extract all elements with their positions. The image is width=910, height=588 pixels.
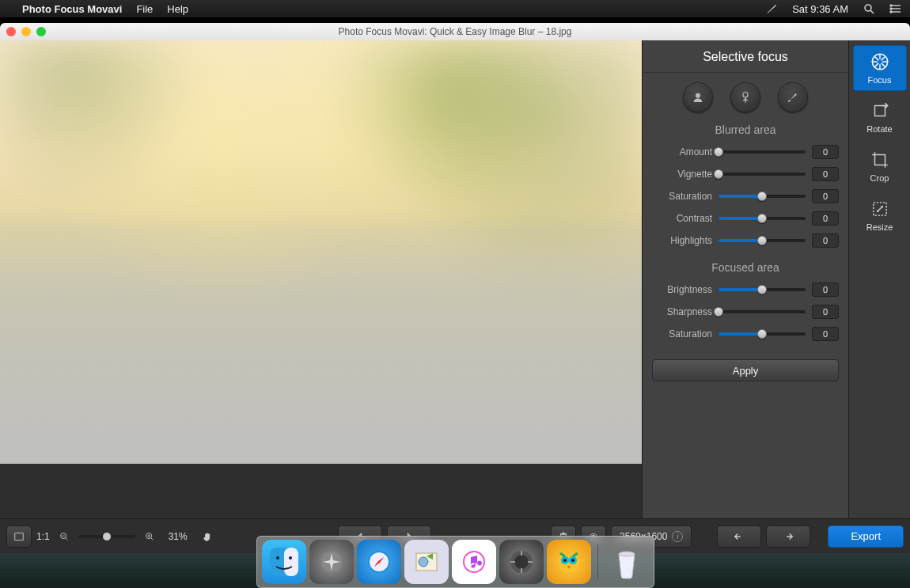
slider-amount: Amount0 — [652, 141, 839, 163]
macos-dock — [256, 536, 654, 588]
tool-tab-focus[interactable]: Focus — [853, 45, 907, 91]
menubar-clock: Sat 9:36 AM — [792, 3, 848, 15]
slider-label-saturation2: Saturation — [652, 328, 712, 340]
tool-tab-label: Focus — [868, 75, 892, 85]
menu-file[interactable]: File — [136, 3, 153, 15]
svg-rect-21 — [284, 548, 298, 576]
slider-track-vignette[interactable] — [719, 173, 806, 176]
focus-mode-portrait-button[interactable] — [683, 82, 713, 112]
slider-track-brightness[interactable] — [719, 288, 806, 291]
notification-center-icon[interactable] — [889, 2, 902, 15]
slider-value-amount: 0 — [812, 145, 839, 159]
slider-sharpness: Sharpness0 — [652, 301, 839, 323]
pan-hand-button[interactable] — [197, 525, 219, 548]
window-title: Photo Focus Movavi: Quick & Easy Image B… — [0, 26, 910, 37]
image-canvas[interactable] — [0, 40, 642, 518]
slider-value-saturation2: 0 — [812, 327, 839, 341]
tool-tab-label: Crop — [870, 173, 889, 183]
slider-label-saturation: Saturation — [652, 191, 712, 202]
dock-safari-icon[interactable] — [357, 540, 401, 584]
menubar-extra-icon[interactable] — [765, 2, 778, 15]
spotlight-icon[interactable] — [863, 2, 875, 15]
slider-saturation2: Saturation0 — [652, 323, 839, 345]
tool-tab-rotate[interactable]: Rotate — [853, 94, 907, 140]
svg-point-42 — [619, 552, 635, 556]
focused-area-label: Focused area — [643, 255, 848, 279]
window-minimize-button[interactable] — [21, 27, 31, 36]
dock-launchpad-icon[interactable] — [309, 540, 354, 584]
info-icon[interactable]: i — [672, 531, 683, 542]
slider-label-amount: Amount — [652, 146, 712, 157]
slider-value-highlights: 0 — [812, 233, 839, 248]
zoom-slider[interactable] — [78, 535, 135, 538]
window-titlebar: Photo Focus Movavi: Quick & Easy Image B… — [0, 23, 910, 40]
dock-app-owl-icon[interactable] — [547, 540, 591, 584]
menu-help[interactable]: Help — [167, 3, 188, 15]
fit-screen-button[interactable] — [6, 525, 32, 548]
slider-value-contrast: 0 — [812, 211, 839, 226]
svg-point-0 — [865, 5, 871, 11]
tool-rail: FocusRotateCropResize — [848, 40, 910, 518]
dock-trash-icon[interactable] — [605, 540, 649, 584]
zoom-out-button[interactable] — [55, 525, 74, 548]
svg-point-40 — [563, 559, 567, 562]
slider-label-highlights: Highlights — [652, 235, 712, 246]
tool-tab-label: Rotate — [866, 124, 892, 134]
slider-value-saturation: 0 — [812, 189, 839, 203]
slider-label-sharpness: Sharpness — [652, 306, 712, 317]
dock-mail-icon[interactable] — [404, 540, 449, 584]
svg-line-18 — [150, 537, 153, 540]
svg-point-22 — [276, 556, 279, 560]
slider-track-contrast[interactable] — [719, 217, 806, 220]
slider-value-vignette: 0 — [812, 167, 839, 181]
macos-menubar: Photo Focus Movavi File Help Sat 9:36 AM — [0, 0, 910, 17]
svg-rect-11 — [15, 533, 24, 540]
selective-focus-panel: Selective focus Blurred area Amount0Vign… — [642, 40, 848, 518]
dock-itunes-icon[interactable] — [452, 540, 496, 584]
apply-button[interactable]: Apply — [652, 359, 839, 381]
slider-brightness: Brightness0 — [652, 279, 839, 301]
dock-settings-icon[interactable] — [499, 540, 544, 584]
focus-mode-brush-button[interactable] — [778, 82, 808, 112]
slider-track-amount[interactable] — [719, 150, 806, 154]
zoom-in-button[interactable] — [140, 525, 159, 548]
slider-track-saturation[interactable] — [719, 195, 806, 198]
svg-point-7 — [890, 11, 892, 13]
svg-point-32 — [514, 555, 529, 569]
slider-label-brightness: Brightness — [652, 284, 712, 295]
svg-rect-9 — [874, 106, 885, 116]
actual-size-button[interactable]: 1:1 — [36, 531, 50, 542]
svg-point-6 — [890, 8, 892, 9]
svg-point-23 — [289, 556, 292, 560]
app-window: Photo Focus Movavi: Quick & Easy Image B… — [0, 17, 910, 553]
panel-title: Selective focus — [643, 40, 848, 73]
svg-point-41 — [571, 559, 574, 562]
export-button[interactable]: Export — [828, 525, 904, 548]
blurred-area-label: Blurred area — [643, 117, 848, 141]
svg-line-1 — [870, 10, 874, 13]
tool-tab-crop[interactable]: Crop — [853, 143, 907, 189]
slider-track-highlights[interactable] — [719, 239, 806, 242]
redo-button[interactable] — [766, 525, 810, 548]
slider-value-sharpness: 0 — [812, 305, 839, 319]
dock-finder-icon[interactable] — [262, 540, 306, 584]
svg-point-28 — [419, 557, 428, 567]
app-menu[interactable]: Photo Focus Movavi — [22, 3, 122, 15]
slider-label-vignette: Vignette — [652, 169, 712, 180]
undo-button[interactable] — [717, 525, 761, 548]
slider-contrast: Contrast0 — [652, 207, 839, 230]
svg-line-14 — [65, 537, 67, 540]
window-close-button[interactable] — [6, 27, 16, 36]
zoom-percentage: 31% — [164, 531, 192, 542]
tool-tab-label: Resize — [866, 222, 893, 232]
slider-highlights: Highlights0 — [652, 230, 839, 252]
svg-point-5 — [890, 5, 892, 6]
slider-track-saturation2[interactable] — [719, 332, 806, 336]
focus-mode-macro-button[interactable] — [730, 82, 760, 112]
photo-preview — [0, 40, 642, 464]
window-zoom-button[interactable] — [36, 27, 46, 36]
slider-track-sharpness[interactable] — [719, 310, 806, 313]
tool-tab-resize[interactable]: Resize — [853, 192, 907, 238]
slider-label-contrast: Contrast — [652, 213, 712, 224]
slider-value-brightness: 0 — [812, 283, 839, 297]
